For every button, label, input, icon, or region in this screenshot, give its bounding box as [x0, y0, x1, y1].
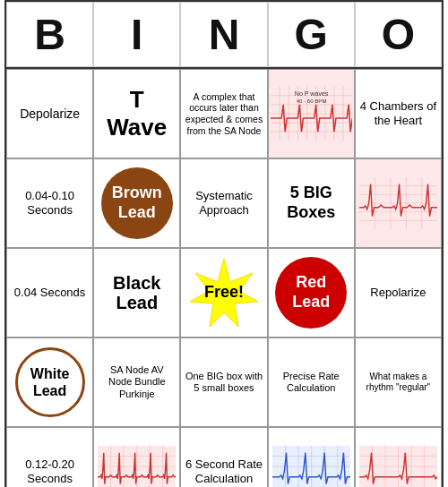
cell-rhythm: What makes a rhythm "regular" [355, 337, 442, 427]
cell-seconds-3: 0.12-0.20 Seconds [6, 427, 93, 487]
bingo-header: B I N G O [6, 2, 442, 67]
white-lead-text: WhiteLead [30, 365, 70, 399]
cell-black-lead: BlackLead [93, 248, 180, 337]
red-lead-circle: RedLead [275, 257, 347, 329]
header-o: O [355, 2, 442, 67]
cell-ecg-blue [268, 427, 355, 487]
ecg-wave-1-svg [359, 172, 437, 235]
cell-complex: A complex that occurs later than expecte… [180, 69, 267, 158]
cell-no-p-waves: No P waves 40 - 60 BPM [268, 69, 355, 158]
svg-text:40 - 60 BPM: 40 - 60 BPM [296, 98, 326, 104]
cell-brown-lead: BrownLead [93, 158, 180, 248]
repolarize-text: Repolarize [370, 286, 426, 300]
ecg-blue-svg [272, 440, 350, 487]
sa-node-text: SA Node AV Node Bundle Purkinje [98, 364, 176, 400]
t-wave-text: TWave [107, 86, 167, 141]
cell-ecg-wave-1 [355, 158, 442, 248]
ecg-fast-svg: > 100 BPM [98, 440, 176, 487]
header-n: N [180, 2, 267, 67]
bingo-grid: Depolarize TWave A complex that occurs l… [6, 67, 442, 487]
cell-chambers: 4 Chambers of the Heart [355, 69, 442, 158]
header-g: G [268, 2, 355, 67]
brown-lead-circle: BrownLead [101, 167, 173, 239]
no-p-waves-ecg: No P waves 40 - 60 BPM [271, 82, 352, 145]
header-i: I [93, 2, 180, 67]
precise-text: Precise Rate Calculation [272, 371, 350, 394]
cell-precise: Precise Rate Calculation [268, 337, 355, 427]
red-lead-text: RedLead [292, 273, 330, 312]
cell-systematic: Systematic Approach [180, 158, 267, 248]
rhythm-text: What makes a rhythm "regular" [359, 372, 437, 393]
header-b: B [6, 2, 93, 67]
free-text: Free! [204, 283, 244, 303]
seconds-1-text: 0.04-0.10 Seconds [11, 189, 89, 217]
free-starburst: Free! [188, 257, 260, 329]
cell-seconds-1: 0.04-0.10 Seconds [6, 158, 93, 248]
cell-sa-node: SA Node AV Node Bundle Purkinje [93, 337, 180, 427]
cell-repolarize: Repolarize [355, 248, 442, 337]
depolarize-text: Depolarize [20, 107, 80, 122]
black-lead-text: BlackLead [113, 273, 160, 312]
seconds-2-text: 0.04 Seconds [14, 286, 86, 300]
cell-one-big-box: One BIG box with 5 small boxes [180, 337, 267, 427]
cell-white-lead: WhiteLead [6, 337, 93, 427]
cell-seconds-2: 0.04 Seconds [6, 248, 93, 337]
cell-t-wave: TWave [93, 69, 180, 158]
cell-red-lead: RedLead [268, 248, 355, 337]
big-boxes-text: 5 BIG Boxes [272, 184, 350, 222]
bingo-card: B I N G O Depolarize TWave A complex tha… [4, 0, 444, 487]
complex-text: A complex that occurs later than expecte… [185, 91, 263, 136]
cell-big-boxes: 5 BIG Boxes [268, 158, 355, 248]
one-big-box-text: One BIG box with 5 small boxes [185, 371, 263, 394]
systematic-text: Systematic Approach [185, 189, 263, 217]
white-lead-circle: WhiteLead [15, 347, 85, 417]
chambers-text: 4 Chambers of the Heart [359, 99, 437, 127]
svg-text:No P waves: No P waves [294, 90, 328, 98]
brown-lead-text: BrownLead [112, 184, 162, 222]
seconds-3-text: 0.12-0.20 Seconds [11, 457, 89, 485]
cell-free: Free! [180, 248, 267, 337]
6-second-text: 6 Second Rate Calculation [185, 457, 263, 485]
cell-6-second: 6 Second Rate Calculation [180, 427, 267, 487]
cell-depolarize: Depolarize [6, 69, 93, 158]
cell-ecg-fast: > 100 BPM [93, 427, 180, 487]
cell-ecg-slow: < 60 BPM [355, 427, 442, 487]
ecg-slow-svg: < 60 BPM [359, 440, 437, 487]
